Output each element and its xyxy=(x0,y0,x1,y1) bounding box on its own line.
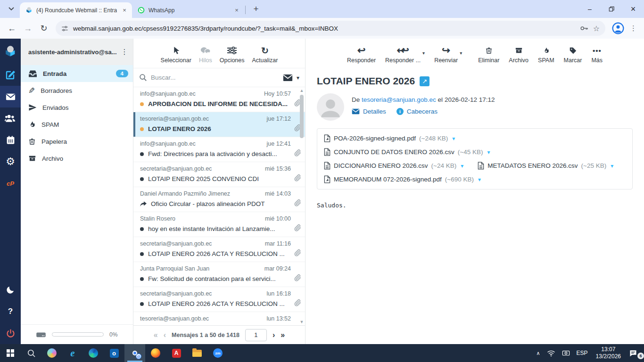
firefox-button[interactable] xyxy=(145,344,166,362)
list-scrollbar[interactable]: ▲ ▼ xyxy=(298,87,305,325)
attachment-item[interactable]: CONJUNTO DE DATOS ENERO 2026.csv (~45 KB… xyxy=(324,148,490,156)
attachment-item[interactable]: POA-2026-signed-signed.pdf (~248 KB) ▾ xyxy=(324,134,455,142)
file-explorer-button[interactable] xyxy=(187,344,207,362)
copilot-button[interactable] xyxy=(41,344,62,362)
attachment-item[interactable]: DICCIONARIO ENERO 2026.csv (~24 KB) ▾ xyxy=(324,162,463,170)
attachment-item[interactable]: METADATOS ENERO 2026.csv (~25 KB) ▾ xyxy=(478,162,613,170)
message-row[interactable]: info@sanjuan.gob.ecHoy 10:57 APROBACION … xyxy=(133,87,305,112)
folder-inbox[interactable]: Entrada 4 xyxy=(21,65,133,82)
edge-button[interactable] xyxy=(83,344,104,362)
search-input[interactable] xyxy=(151,74,279,81)
forward-button[interactable]: ↪ Reenviar xyxy=(434,46,458,64)
tab-roundcube[interactable]: (4) Roundcube Webmail :: Entra × xyxy=(20,2,132,18)
open-in-new-window-icon[interactable]: ↗ xyxy=(420,76,429,86)
mail-nav-button[interactable] xyxy=(0,86,21,107)
message-row[interactable]: tesoreria@sanjuan.gob.eclun 13:52 xyxy=(133,312,305,325)
more-button[interactable]: ••• Más xyxy=(591,46,603,64)
bookmark-star-icon[interactable]: ☆ xyxy=(593,24,600,33)
minimize-button[interactable]: – xyxy=(579,0,601,18)
sender-email-link[interactable]: tesoreria@sanjuan.gob.ec xyxy=(362,96,436,103)
page-number-input[interactable] xyxy=(245,329,267,341)
profile-avatar[interactable] xyxy=(612,22,624,34)
help-button[interactable]: ? xyxy=(0,301,21,322)
chrome-button-active[interactable]: @ xyxy=(124,344,145,362)
scrollbar-thumb[interactable] xyxy=(300,95,304,138)
back-button[interactable]: ← xyxy=(5,21,19,35)
attachment-menu-icon[interactable]: ▾ xyxy=(452,135,455,142)
account-menu-icon[interactable]: ⋮ xyxy=(120,48,129,56)
refresh-button[interactable]: ↻ Actualizar xyxy=(252,46,278,64)
forward-dropdown-icon[interactable]: ▾ xyxy=(460,50,462,56)
url-text[interactable]: webmail.sanjuan.gob.ec/cpsess9192276835/… xyxy=(73,25,575,32)
start-button[interactable] xyxy=(0,344,21,362)
logout-button[interactable] xyxy=(0,322,21,344)
reply-button[interactable]: ↩ Responder xyxy=(347,46,376,64)
scroll-down-icon[interactable]: ▼ xyxy=(300,319,304,325)
folder-archive[interactable]: Archivo xyxy=(21,150,133,167)
message-row[interactable]: Daniel Armando Pazmiño Jimenezmié 14:03 … xyxy=(133,187,305,212)
outlook-button[interactable]: o xyxy=(104,344,124,362)
last-page-button[interactable]: » xyxy=(281,331,285,339)
settings-nav-button[interactable]: ⚙ xyxy=(0,151,21,173)
tray-overflow-chevron-icon[interactable]: ∧ xyxy=(533,344,544,362)
attachment-menu-icon[interactable]: ▾ xyxy=(478,176,481,183)
read-dot-icon[interactable] xyxy=(140,302,144,306)
select-button[interactable]: Seleccionar xyxy=(161,46,191,64)
taskbar-clock[interactable]: 13:07 13/2/2026 xyxy=(591,344,626,362)
threads-button[interactable]: Hilos xyxy=(199,46,212,64)
spam-button[interactable]: SPAM xyxy=(538,46,554,64)
screen-cast-icon[interactable] xyxy=(559,344,573,362)
tab-search-chevron-icon[interactable] xyxy=(5,2,18,16)
reload-button[interactable]: ↻ xyxy=(37,21,51,35)
message-row[interactable]: secretaria@sanjuan.gob.ecmié 15:36 LOTAI… xyxy=(133,162,305,187)
attachment-menu-icon[interactable]: ▾ xyxy=(611,163,613,169)
notification-center-button[interactable]: 6 xyxy=(626,344,644,362)
dark-mode-button[interactable] xyxy=(0,279,21,301)
prev-page-button[interactable]: ‹ xyxy=(164,331,166,339)
forward-button[interactable]: → xyxy=(21,21,35,35)
folder-sent[interactable]: Enviados xyxy=(21,99,133,116)
reply-all-dropdown-icon[interactable]: ▾ xyxy=(422,50,425,56)
read-dot-icon[interactable] xyxy=(140,177,144,181)
site-settings-icon[interactable] xyxy=(61,25,68,32)
message-row-selected[interactable]: tesoreria@sanjuan.gob.ecjue 17:12 LOTAIP… xyxy=(133,112,305,137)
folder-drafts[interactable]: ✎ Borradores xyxy=(21,82,133,99)
read-dot-icon[interactable] xyxy=(140,152,144,156)
message-row[interactable]: Junta Parroquial San Juanmar 09:24 Fw: S… xyxy=(133,262,305,287)
internet-explorer-button[interactable]: e xyxy=(62,344,83,362)
options-button[interactable]: Opciones xyxy=(220,46,245,64)
folder-spam[interactable]: SPAM xyxy=(21,116,133,133)
browser-menu-icon[interactable]: ⋮ xyxy=(628,24,639,33)
message-row[interactable]: secretaria@sanjuan.gob.ecmar 11:16 LOTAI… xyxy=(133,237,305,262)
unread-dot-icon[interactable] xyxy=(140,102,144,106)
tab-close-icon[interactable]: × xyxy=(233,7,240,14)
new-tab-button[interactable]: + xyxy=(249,2,263,16)
archive-button[interactable]: Archivo xyxy=(509,46,528,64)
taskbar-search-button[interactable] xyxy=(21,344,41,362)
first-page-button[interactable]: « xyxy=(154,331,158,339)
password-key-icon[interactable] xyxy=(580,25,588,32)
scroll-up-icon[interactable]: ▲ xyxy=(300,87,304,94)
mark-button[interactable]: Marcar xyxy=(564,46,582,64)
cpanel-button[interactable]: cP xyxy=(0,173,21,194)
message-row[interactable]: info@sanjuan.gob.ecjue 12:41 Fwd: Direct… xyxy=(133,137,305,162)
restore-button[interactable] xyxy=(601,0,622,18)
unread-dot-icon[interactable] xyxy=(140,127,144,131)
search-scope-mail-icon[interactable] xyxy=(283,74,293,82)
details-toggle[interactable]: Detalles xyxy=(352,108,386,115)
attachment-menu-icon[interactable]: ▾ xyxy=(487,149,490,156)
next-page-button[interactable]: › xyxy=(272,331,275,339)
tab-whatsapp[interactable]: WhatsApp × xyxy=(132,2,244,18)
zoom-button[interactable]: zm xyxy=(207,344,228,362)
read-dot-icon[interactable] xyxy=(140,277,144,281)
message-row[interactable]: Stalin Roseromié 10:00 hoy en este insta… xyxy=(133,212,305,237)
wifi-icon[interactable] xyxy=(544,344,559,362)
folder-trash[interactable]: Papelera xyxy=(21,133,133,150)
address-bar[interactable]: webmail.sanjuan.gob.ec/cpsess9192276835/… xyxy=(56,21,605,36)
read-dot-icon[interactable] xyxy=(140,227,144,231)
search-options-chevron-icon[interactable]: ▾ xyxy=(297,74,299,81)
language-indicator[interactable]: ESP xyxy=(573,344,591,362)
read-dot-icon[interactable] xyxy=(140,252,144,256)
acrobat-button[interactable]: A xyxy=(166,344,187,362)
attachment-menu-icon[interactable]: ▾ xyxy=(461,163,463,169)
